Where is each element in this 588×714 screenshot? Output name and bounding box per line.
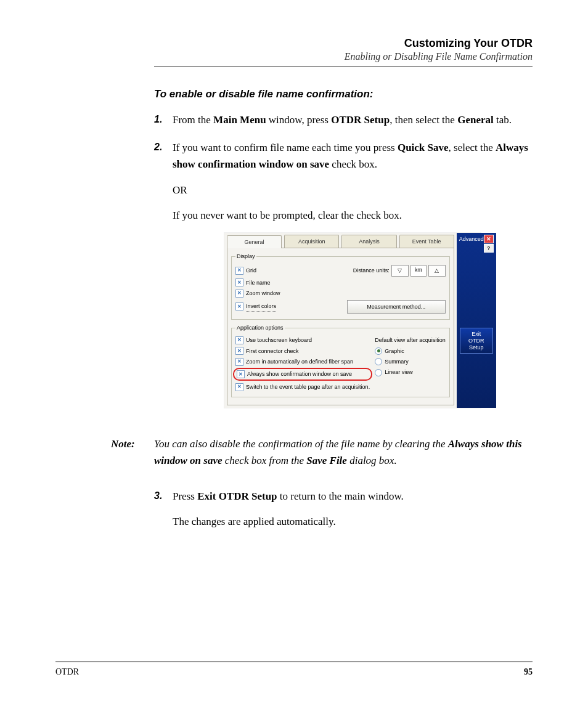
label-radio-summary: Summary (385, 357, 409, 366)
unit-down-button[interactable]: ▽ (391, 265, 409, 277)
label-zoom-window: Zoom window (246, 289, 280, 298)
checkbox-first-connector[interactable] (235, 347, 243, 355)
highlighted-option: Always show confirmation window on save (233, 368, 372, 380)
note-label: Note: (111, 436, 147, 469)
display-legend: Display (235, 252, 256, 261)
checkbox-grid[interactable] (235, 267, 243, 275)
step-2: 2. If you want to confirm file name each… (154, 139, 533, 423)
label-grid: Grid (246, 266, 256, 275)
appopt-legend: Application options (235, 323, 285, 332)
default-view-label: Default view after acquisition (375, 336, 446, 344)
label-switch-event-table: Switch to the event table page after an … (246, 383, 370, 391)
side-panel: Advanced ✕ ? Exit OTDR Setup (457, 233, 496, 408)
page-footer: OTDR 95 (55, 661, 533, 677)
radio-linear[interactable] (375, 369, 382, 376)
radio-graphic[interactable] (375, 347, 382, 355)
application-options-group: Application options Use touchscreen keyb… (231, 323, 450, 397)
radio-summary[interactable] (375, 358, 382, 365)
label-radio-graphic: Graphic (385, 347, 404, 355)
checkbox-auto-zoom[interactable] (235, 358, 243, 366)
measurement-method-button[interactable]: Measurement method... (347, 300, 446, 314)
label-first-connector: First connector check (246, 347, 299, 355)
header-rule (154, 66, 533, 67)
unit-up-button[interactable]: △ (428, 265, 446, 277)
tab-general[interactable]: General (227, 235, 282, 248)
tab-acquisition[interactable]: Acquisition (284, 235, 339, 248)
otdr-setup-screenshot: General Acquisition Analysis Event Table… (224, 232, 481, 408)
label-always-show-confirm: Always show confirmation window on save (247, 370, 352, 378)
distance-units-label: Distance units: (353, 266, 390, 275)
checkbox-switch-event-table[interactable] (235, 383, 243, 391)
step-number: 2. (154, 139, 173, 423)
step-number: 1. (154, 112, 173, 128)
footer-product: OTDR (55, 667, 79, 677)
note-block: Note: You can also disable the confirmat… (111, 436, 533, 469)
checkbox-invert-colors[interactable] (235, 302, 243, 310)
checkbox-touch-keyboard[interactable] (235, 336, 243, 344)
help-icon[interactable]: ? (484, 244, 494, 253)
step-3: 3. Press Exit OTDR Setup to return to th… (154, 488, 533, 538)
tab-analysis[interactable]: Analysis (341, 235, 396, 248)
label-filename: File name (246, 278, 271, 287)
unit-value: km (410, 265, 427, 277)
label-touch-keyboard: Use touchscreen keyboard (246, 336, 312, 344)
header-title: Customizing Your OTDR (166, 37, 533, 50)
step-number: 3. (154, 488, 173, 538)
page-number: 95 (524, 667, 533, 677)
label-radio-linear: Linear view (385, 368, 413, 376)
header-subtitle: Enabling or Disabling File Name Confirma… (166, 51, 533, 62)
checkbox-always-show-confirm[interactable] (237, 370, 245, 378)
side-advanced-label: Advanced (459, 235, 484, 243)
step-or: OR (173, 182, 533, 198)
step-2-alt: If you never want to be prompted, clear … (173, 207, 533, 224)
section-title: To enable or disable file name confirmat… (154, 88, 533, 100)
label-invert-colors: Invert colors (246, 302, 276, 312)
page-header: Customizing Your OTDR Enabling or Disabl… (166, 37, 533, 62)
display-group: Display Grid Distance units: ▽ km (231, 252, 450, 320)
checkbox-zoom-window[interactable] (235, 290, 243, 298)
exit-otdr-setup-button[interactable]: Exit OTDR Setup (460, 328, 493, 354)
step-1: 1. From the Main Menu window, press OTDR… (154, 112, 533, 128)
checkbox-filename[interactable] (235, 278, 243, 286)
tab-event-table[interactable]: Event Table (399, 235, 454, 248)
label-auto-zoom: Zoom in automatically on defined fiber s… (246, 357, 353, 366)
close-icon[interactable]: ✕ (484, 235, 494, 243)
